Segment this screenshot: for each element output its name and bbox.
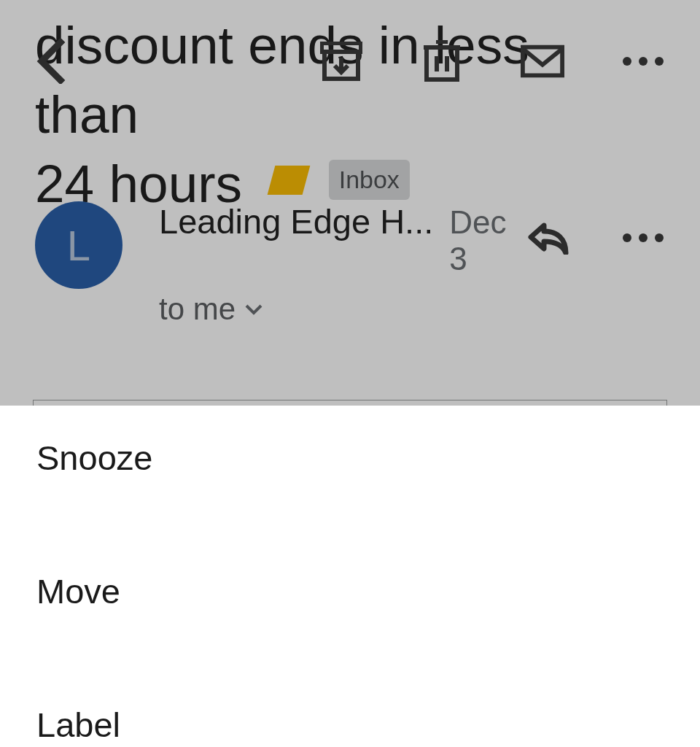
recipient-expand[interactable]: to me <box>159 292 519 327</box>
back-button[interactable] <box>29 39 73 83</box>
reply-icon <box>528 221 569 255</box>
recipient-label: to me <box>159 292 236 327</box>
envelope-icon <box>521 44 564 78</box>
delete-button[interactable] <box>420 39 464 83</box>
label-menu-item[interactable]: Label <box>0 673 700 747</box>
bottom-sheet-menu: Snooze Move Label <box>0 406 700 747</box>
more-horizontal-icon <box>623 57 664 66</box>
more-horizontal-icon <box>623 233 664 242</box>
message-more-button[interactable] <box>621 216 665 260</box>
trash-icon <box>424 40 460 82</box>
archive-icon <box>320 42 362 81</box>
email-date: Dec 3 <box>449 204 519 277</box>
snooze-menu-item[interactable]: Snooze <box>0 406 700 510</box>
top-app-bar <box>0 0 700 123</box>
sender-name[interactable]: Leading Edge H... <box>159 201 433 241</box>
reply-button[interactable] <box>526 216 570 260</box>
move-menu-item[interactable]: Move <box>0 539 700 643</box>
avatar-initial: L <box>67 221 90 270</box>
mark-unread-button[interactable] <box>521 39 564 83</box>
more-options-button[interactable] <box>621 39 665 83</box>
back-arrow-icon <box>36 39 66 84</box>
archive-button[interactable] <box>319 39 363 83</box>
chevron-down-icon <box>244 303 263 315</box>
sender-avatar[interactable]: L <box>35 201 122 289</box>
inbox-label-chip[interactable]: Inbox <box>329 160 410 200</box>
sender-row: L Leading Edge H... Dec 3 to me <box>0 201 700 327</box>
svg-rect-3 <box>427 47 457 80</box>
importance-marker-icon[interactable] <box>268 166 311 195</box>
